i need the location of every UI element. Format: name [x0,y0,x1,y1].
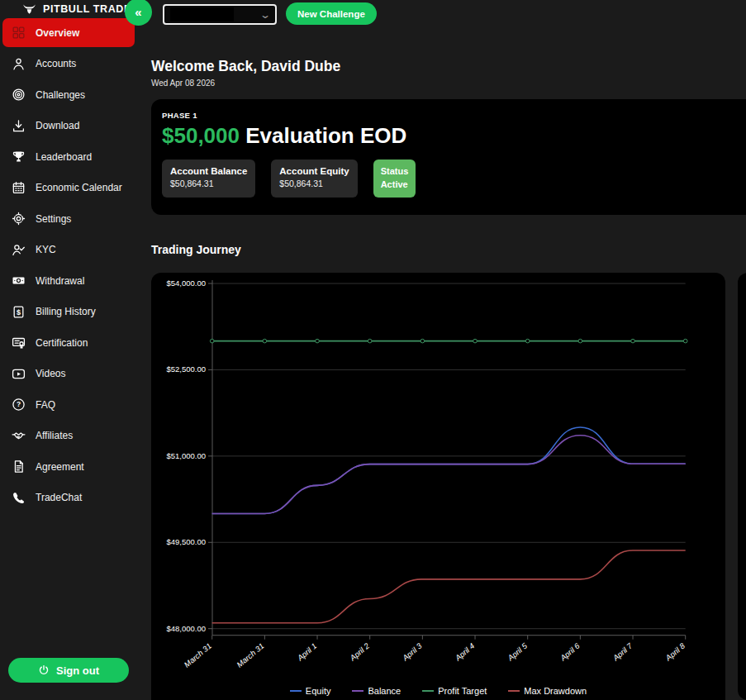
svg-text:April 3: April 3 [400,640,424,663]
sidebar-item-kyc[interactable]: KYC [2,236,135,264]
svg-text:$49,500.00: $49,500.00 [166,537,206,546]
sidebar: PITBULL TRADERS « OverviewAccountsChalle… [0,0,137,700]
sidebar-item-label: FAQ [36,399,55,411]
sidebar-item-label: Billing History [36,306,96,317]
sidebar-item-download[interactable]: Download [2,112,135,140]
download-icon [12,119,26,133]
next-card-edge [738,273,746,700]
svg-text:March 31: March 31 [183,641,213,669]
sidebar-item-agreement[interactable]: Agreement [2,452,135,481]
sidebar-item-label: Overview [36,27,79,39]
sidebar-item-videos[interactable]: Videos [2,360,135,388]
sidebar-item-settings[interactable]: Settings [2,204,135,233]
legend-swatch [508,690,520,693]
sidebar-item-label: Challenges [36,89,85,101]
sidebar-item-label: Certification [36,337,88,349]
new-challenge-button[interactable]: New Challenge [286,2,377,25]
legend-item-max-drawdown[interactable]: Max Drawdown [508,686,587,696]
sidebar-item-label: Download [36,120,79,131]
sidebar-item-challenges[interactable]: Challenges [2,80,135,109]
handshake-icon [12,429,26,443]
sidebar-item-overview[interactable]: Overview [2,18,135,47]
trading-journey-chart-card: $48,000.00$49,500.00$51,000.00$52,500.00… [151,273,725,700]
svg-text:April 1: April 1 [295,641,318,663]
certificate-icon [12,336,26,350]
sidebar-item-faq[interactable]: ?FAQ [2,390,135,419]
status-label: Status [381,165,409,179]
svg-text:$48,000.00: $48,000.00 [166,624,206,633]
document-icon [12,460,26,474]
sidebar-item-label: Economic Calendar [36,182,122,193]
sidebar-item-affiliates[interactable]: Affiliates [2,421,135,450]
svg-text:April 6: April 6 [558,640,582,663]
sidebar-item-label: Settings [36,213,71,225]
new-challenge-label: New Challenge [297,9,365,19]
trophy-icon [12,150,26,164]
legend-item-equity[interactable]: Equity [290,686,331,696]
svg-text:$51,000.00: $51,000.00 [166,451,206,460]
status-value: Active [381,179,409,192]
account-select[interactable]: ⌄ [163,4,277,25]
stat-value: $50,864.31 [170,179,247,188]
account-headline: $50,000 Evaluation EOD [162,123,746,149]
svg-text:April 8: April 8 [663,640,687,663]
power-icon [38,664,50,676]
account-type: Evaluation EOD [245,123,406,148]
svg-text:April 2: April 2 [348,640,372,663]
sidebar-item-accounts[interactable]: Accounts [2,50,135,79]
chart-legend: EquityBalanceProfit TargetMax Drawdown [151,686,725,696]
dollar-doc-icon: $ [12,305,26,319]
sidebar-item-label: Videos [36,368,65,379]
sidebar-item-tradechat[interactable]: TradeChat [2,483,135,512]
legend-item-balance[interactable]: Balance [352,686,401,696]
svg-text:$54,000.00: $54,000.00 [166,279,206,288]
legend-item-profit-target[interactable]: Profit Target [422,686,487,696]
stat-account-balance: Account Balance$50,864.31 [162,160,255,198]
trading-journey-chart: $48,000.00$49,500.00$51,000.00$52,500.00… [151,273,725,700]
person-icon [12,57,26,71]
grid-icon [12,26,26,40]
question-icon: ? [12,398,26,412]
page-title: Welcome Back, David Dube [151,58,340,75]
sidebar-item-withdrawal[interactable]: Withdrawal [2,266,135,295]
stat-label: Account Balance [170,166,247,176]
sidebar-item-leaderboard[interactable]: Leaderboard [2,142,135,171]
svg-text:March 31: March 31 [235,641,265,669]
legend-swatch [290,690,302,693]
account-stats: Account Balance$50,864.31Account Equity$… [162,160,746,198]
phone-icon [12,491,26,505]
svg-text:April 5: April 5 [506,640,530,663]
current-date: Wed Apr 08 2026 [151,79,215,88]
bull-icon [21,2,38,16]
stat-account-equity: Account Equity$50,864.31 [271,160,357,198]
sign-out-button[interactable]: Sign out [8,658,129,683]
svg-text:?: ? [17,400,21,408]
status-badge: StatusActive [373,160,416,198]
video-icon [12,367,26,381]
svg-text:$: $ [17,307,21,316]
account-size: $50,000 [162,123,240,148]
calendar-icon [12,181,26,195]
sidebar-item-label: Affiliates [36,430,73,441]
target-icon [12,88,26,102]
sidebar-item-label: Agreement [36,461,84,473]
sidebar-item-label: Withdrawal [36,275,84,287]
phase-label: PHASE 1 [162,111,746,120]
section-title: Trading Journey [151,243,241,256]
stat-label: Account Equity [279,166,349,176]
stat-value: $50,864.31 [279,179,349,188]
sidebar-item-economic-calendar[interactable]: Economic Calendar [2,174,135,202]
sidebar-collapse-button[interactable]: « [125,0,152,26]
sidebar-item-label: Leaderboard [36,151,92,163]
sidebar-item-certification[interactable]: Certification [2,328,135,357]
chevrons-left-icon: « [135,5,141,19]
legend-label: Equity [306,686,331,696]
legend-label: Profit Target [438,686,487,696]
legend-label: Balance [368,686,401,696]
account-phase-card: PHASE 1 $50,000 Evaluation EOD Account B… [151,99,746,215]
svg-text:April 4: April 4 [453,641,476,663]
legend-swatch [422,690,434,693]
sidebar-item-billing-history[interactable]: $Billing History [2,298,135,326]
redacted-account-value [170,7,234,21]
banknote-icon [12,274,26,288]
